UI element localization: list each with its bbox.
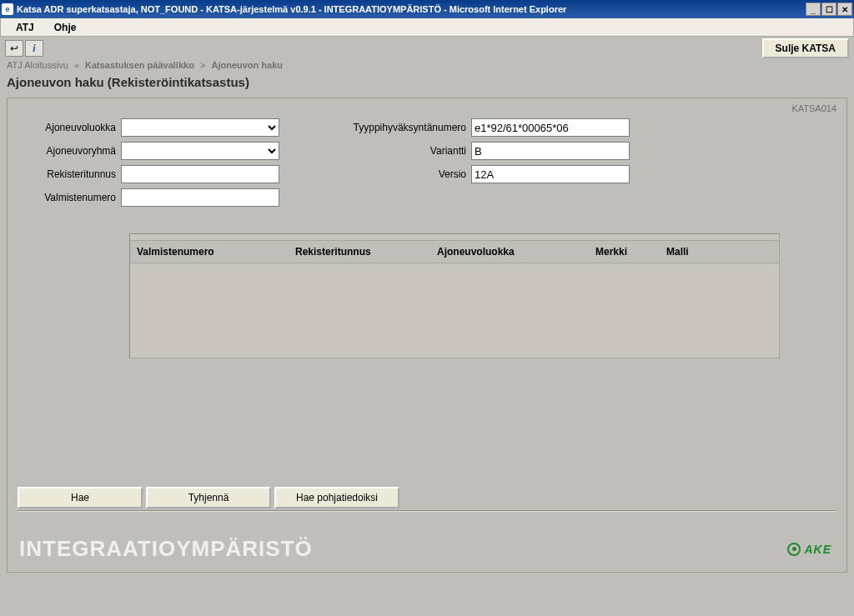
window-titlebar: e Katsa ADR superkatsastaja, NOT_FOUND -… [0,0,854,18]
results-header-row: Valmistenumero Rekisteritunnus Ajoneuvol… [130,241,779,263]
versio-input[interactable] [471,165,630,183]
breadcrumb-item[interactable]: Katsastuksen päävalikko [85,60,194,70]
breadcrumb-sep: » [71,60,83,70]
search-panel: KATSA014 Ajoneuvoluokka Ajoneuvoryhmä Re… [7,98,847,573]
back-arrow-icon: ↩ [10,43,18,54]
results-top-rule [130,234,779,241]
hae-button[interactable]: Hae [18,487,143,508]
info-button[interactable]: i [25,40,43,57]
breadcrumb-sep: > [197,60,208,70]
form-area: Ajoneuvoluokka Ajoneuvoryhmä Rekisteritu… [21,108,833,212]
menu-atj[interactable]: ATJ [6,20,44,35]
ajoneuvoluokka-label: Ajoneuvoluokka [21,122,121,133]
close-window-button[interactable]: ✕ [837,3,852,16]
back-button[interactable]: ↩ [5,40,23,57]
ajoneuvoryhma-select[interactable] [121,142,279,160]
form-column-right: Tyyppihyväksyntänumero Variantti Versio [329,118,630,212]
breadcrumb-item[interactable]: ATJ Aloitussivu [7,60,68,70]
app-chrome: ATJ Ohje ↩ i Sulje KATSA ATJ Aloitussivu… [0,18,854,616]
toolbar: ↩ i Sulje KATSA [0,37,854,57]
valmistenumero-label: Valmistenumero [21,192,121,203]
tyhjenna-button[interactable]: Tyhjennä [146,487,271,508]
col-valmistenumero: Valmistenumero [137,246,295,258]
rekisteritunnus-input[interactable] [121,165,279,183]
results-table: Valmistenumero Rekisteritunnus Ajoneuvol… [129,233,780,358]
valmistenumero-input[interactable] [121,188,279,207]
info-icon: i [33,43,35,55]
environment-label: INTEGRAATIOYMPÄRISTÖ [19,536,313,562]
ajoneuvoryhma-label: Ajoneuvoryhmä [21,145,121,157]
screen-id: KATSA014 [791,103,836,113]
menubar: ATJ Ohje [0,18,854,37]
ake-logo-icon [787,543,801,556]
breadcrumb-item: Ajoneuvon haku [211,60,283,70]
tyyppi-label: Tyyppihyväksyntänumero [329,122,471,133]
ake-brand: AKE [787,543,831,556]
hae-pohjatiedoiksi-button[interactable]: Hae pohjatiedoiksi [274,487,399,508]
maximize-button[interactable]: ☐ [821,3,836,16]
action-bar: Hae Tyhjennä Hae pohjatiedoiksi [18,482,836,508]
form-column-left: Ajoneuvoluokka Ajoneuvoryhmä Rekisteritu… [21,118,279,212]
ake-brand-text: AKE [804,543,831,556]
ajoneuvoluokka-select[interactable] [121,118,279,137]
tyyppi-input[interactable] [471,118,630,137]
minimize-button[interactable]: _ [806,3,821,16]
versio-label: Versio [329,168,471,180]
variantti-input[interactable] [471,142,630,160]
col-malli: Malli [666,246,737,258]
variantti-label: Variantti [329,145,471,157]
col-ajoneuvoluokka: Ajoneuvoluokka [437,246,595,258]
rekisteritunnus-label: Rekisteritunnus [21,168,121,180]
col-merkki: Merkki [595,246,666,258]
window-title: Katsa ADR superkatsastaja, NOT_FOUND - K… [17,4,805,14]
panel-separator [18,510,836,512]
page-title: Ajoneuvon haku (Rekisteröintikatsastus) [0,72,854,98]
breadcrumb: ATJ Aloitussivu » Katsastuksen päävalikk… [0,57,854,72]
ie-favicon: e [2,3,13,15]
environment-banner: INTEGRAATIOYMPÄRISTÖ AKE [14,531,840,565]
menu-ohje[interactable]: Ohje [44,20,87,35]
col-rekisteritunnus: Rekisteritunnus [295,246,437,258]
window-buttons: _ ☐ ✕ [805,3,852,16]
close-katsa-button[interactable]: Sulje KATSA [762,38,849,58]
